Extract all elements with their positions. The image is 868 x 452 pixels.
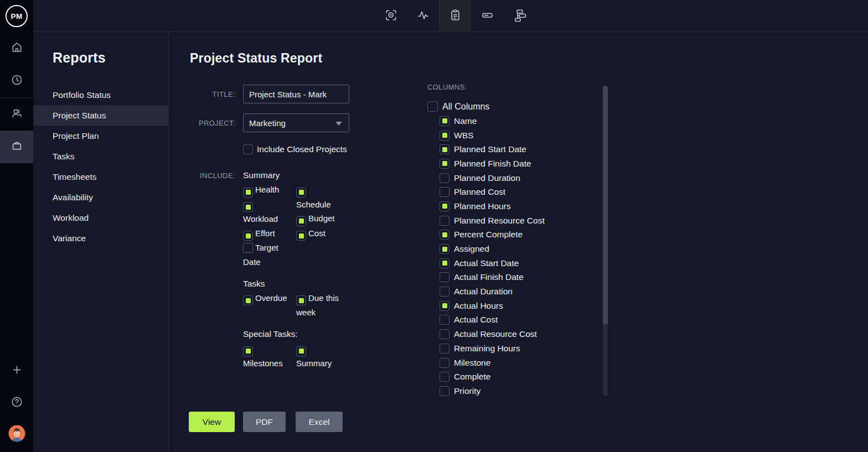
reports-list-item-project-status[interactable]: Project Status: [33, 105, 169, 126]
checkbox-planned-finish-date[interactable]: [440, 159, 450, 169]
reports-list-item-workload[interactable]: Workload: [33, 207, 169, 228]
checkbox-planned-hours[interactable]: [440, 201, 450, 211]
activity-icon: [416, 8, 430, 24]
checkbox-cost[interactable]: [296, 231, 306, 241]
include-option-effort: Effort: [243, 226, 290, 241]
column-option-label: Actual Duration: [454, 287, 513, 297]
column-option-actual-start-date: Actual Start Date: [440, 256, 545, 271]
columns-list: NameWBSPlanned Start DatePlanned Finish …: [440, 114, 545, 398]
checkbox-due-this-week[interactable]: [296, 295, 306, 305]
include-option-due-this-week: Due this week: [296, 291, 340, 320]
column-option-planned-finish-date: Planned Finish Date: [440, 157, 545, 171]
rail-item-plus[interactable]: [0, 357, 33, 385]
reports-list-item-availability[interactable]: Availability: [33, 187, 169, 207]
checkbox-actual-cost[interactable]: [440, 315, 450, 325]
include-option-workload: Workload: [243, 198, 290, 226]
column-option-planned-duration: Planned Duration: [440, 171, 545, 185]
reports-list-item-portfolio-status[interactable]: Portfolio Status: [33, 85, 169, 105]
checkbox-assigned[interactable]: [440, 244, 450, 254]
rail-item-portfolio[interactable]: [0, 131, 33, 163]
checkbox-schedule[interactable]: [296, 188, 306, 198]
checkbox-name[interactable]: [440, 116, 450, 126]
project-label: PROJECT:: [190, 119, 235, 127]
include-group-heading: Special Tasks:: [243, 327, 359, 341]
column-option-name: Name: [440, 114, 545, 128]
checkbox-planned-resource-cost[interactable]: [440, 216, 450, 226]
include-column: HealthWorkloadEffortTarget Date: [243, 183, 290, 269]
top-tab-report-clipboard[interactable]: [439, 0, 471, 32]
rail-item-team[interactable]: [0, 98, 33, 131]
checkbox-planned-cost[interactable]: [440, 187, 450, 197]
report-title-input[interactable]: [243, 85, 349, 103]
column-option-label: Remaining Hours: [454, 344, 520, 354]
top-tab-bar[interactable]: [471, 0, 503, 32]
column-option-label: Planned Finish Date: [454, 159, 531, 169]
checkbox-target-date[interactable]: [243, 243, 253, 253]
checkbox-actual-duration[interactable]: [440, 287, 450, 297]
rail-item-avatar[interactable]: [0, 420, 33, 448]
include-group-tasks: TasksOverdueDue this week: [243, 277, 359, 320]
all-columns-row: All Columns: [427, 101, 489, 112]
scrollbar-thumb[interactable]: [603, 86, 608, 325]
reports-list-item-variance[interactable]: Variance: [33, 228, 169, 248]
include-group-special-tasks: Special Tasks:MilestonesSummary: [243, 327, 359, 370]
pm-logo-icon: PM: [6, 5, 28, 27]
include-group-columns: MilestonesSummary: [243, 341, 359, 370]
checkbox-remaining-hours[interactable]: [440, 344, 450, 354]
reports-list-item-timesheets[interactable]: Timesheets: [33, 167, 169, 187]
checkbox-planned-start-date[interactable]: [440, 144, 450, 154]
top-tab-activity[interactable]: [407, 0, 439, 32]
column-option-label: Priority: [454, 386, 480, 396]
checkbox-actual-start-date[interactable]: [440, 258, 450, 268]
include-column: ScheduleBudgetCost: [296, 183, 340, 241]
checkbox-priority[interactable]: [440, 386, 450, 396]
all-columns-checkbox[interactable]: [427, 101, 438, 112]
checkbox-actual-hours[interactable]: [440, 301, 450, 311]
plus-icon: [11, 363, 23, 378]
view-button[interactable]: View: [189, 412, 235, 432]
columns-scrollbar[interactable]: [603, 86, 608, 396]
column-option-label: Planned Duration: [454, 173, 520, 183]
checkbox-budget[interactable]: [296, 216, 306, 226]
top-tab-search-report[interactable]: [375, 0, 407, 32]
checkbox-actual-resource-cost[interactable]: [440, 329, 450, 339]
checkbox-milestones[interactable]: [243, 346, 253, 356]
pdf-button[interactable]: PDF: [243, 412, 286, 432]
checkbox-effort[interactable]: [243, 231, 253, 241]
rail-item-help[interactable]: [0, 389, 33, 417]
project-select[interactable]: Marketing: [243, 113, 349, 132]
include-closed-checkbox[interactable]: [243, 144, 253, 154]
checkbox-complete[interactable]: [440, 372, 450, 382]
column-option-actual-finish-date: Actual Finish Date: [440, 271, 545, 285]
help-icon: [11, 396, 23, 411]
checkbox-planned-duration[interactable]: [440, 173, 450, 183]
rail-item-home[interactable]: [0, 32, 33, 65]
column-option-planned-resource-cost: Planned Resource Cost: [440, 214, 545, 228]
include-closed-label: Include Closed Projects: [257, 144, 347, 154]
column-option-label: Complete: [454, 372, 490, 382]
clock-icon: [11, 74, 23, 89]
app: PM Reports Portfolio StatusProject Statu…: [0, 0, 868, 452]
include-option-label: Workload: [243, 214, 278, 224]
reports-list-item-label: Workload: [53, 213, 89, 223]
checkbox-overdue[interactable]: [243, 295, 253, 305]
pm-logo[interactable]: PM: [0, 0, 33, 32]
column-option-label: Planned Hours: [454, 201, 511, 211]
reports-list-item-label: Project Plan: [53, 131, 99, 141]
checkbox-summary[interactable]: [296, 346, 306, 356]
checkbox-milestone[interactable]: [440, 358, 450, 368]
column-option-actual-cost: Actual Cost: [440, 313, 545, 328]
checkbox-actual-finish-date[interactable]: [440, 272, 450, 282]
checkbox-percent-complete[interactable]: [440, 230, 450, 240]
column-option-assigned: Assigned: [440, 242, 545, 256]
checkbox-health[interactable]: [243, 188, 253, 198]
column-option-actual-duration: Actual Duration: [440, 284, 545, 299]
excel-button[interactable]: Excel: [296, 412, 343, 432]
main-content: Project Status Report TITLE: PROJECT: Ma…: [169, 32, 868, 452]
checkbox-workload[interactable]: [243, 202, 253, 212]
checkbox-wbs[interactable]: [440, 131, 450, 141]
top-tab-workflow[interactable]: [503, 0, 535, 32]
reports-list-item-tasks[interactable]: Tasks: [33, 146, 169, 167]
rail-item-clock[interactable]: [0, 65, 33, 97]
reports-list-item-project-plan[interactable]: Project Plan: [33, 126, 169, 146]
